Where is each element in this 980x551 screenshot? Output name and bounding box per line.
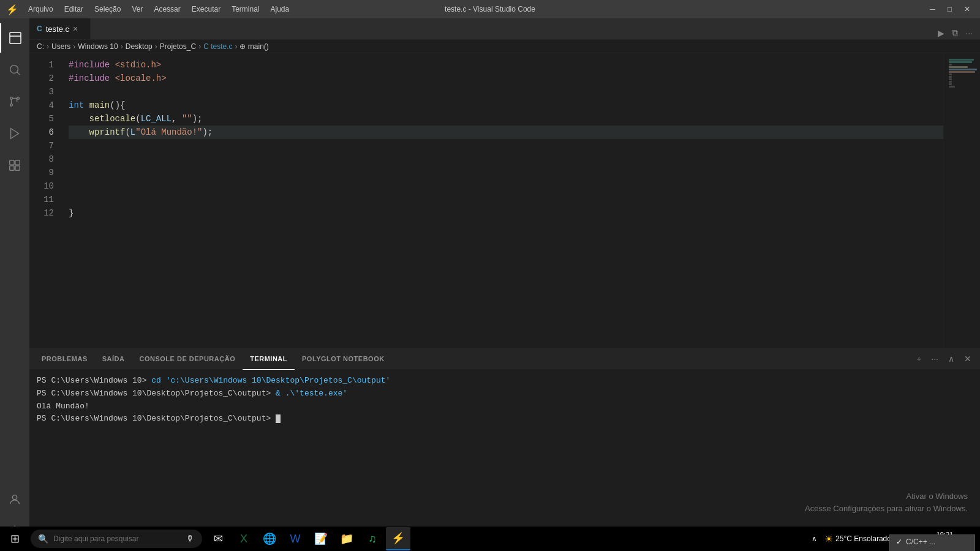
menu-acessar[interactable]: Acessar [149, 4, 185, 15]
menu-ver[interactable]: Ver [127, 4, 148, 15]
line-num-5: 5 [29, 112, 54, 126]
terminal-content[interactable]: PS C:\Users\Windows 10> cd 'c:\Users\Win… [29, 370, 980, 538]
cortana-icon: 🎙 [186, 534, 195, 544]
menu-executar[interactable]: Executar [187, 4, 225, 15]
svg-rect-0 [10, 32, 21, 43]
breadcrumb-function[interactable]: ⊕ main() [239, 42, 268, 51]
code-line-3 [69, 85, 943, 99]
search-icon: 🔍 [38, 534, 48, 544]
window-title: teste.c - Visual Studio Code [445, 5, 535, 13]
svg-point-4 [10, 97, 13, 100]
panel-maximize-button[interactable]: ∧ [944, 353, 958, 365]
line-num-11: 11 [29, 193, 54, 206]
breadcrumb: C: › Users › Windows 10 › Desktop › Proj… [29, 40, 980, 53]
svg-point-6 [10, 104, 13, 107]
code-line-5: setlocale(LC_ALL, ""); [69, 112, 943, 126]
taskbar-explorer[interactable]: 📁 [334, 527, 359, 550]
breadcrumb-sep-5: › [198, 42, 201, 51]
menu-arquivo[interactable]: Arquivo [23, 4, 58, 15]
taskbar-word[interactable]: W [283, 527, 307, 550]
tab-terminal[interactable]: TERMINAL [243, 348, 295, 370]
terminal-more-button[interactable]: ··· [927, 353, 942, 365]
menu-bar: Arquivo Editar Seleção Ver Acessar Execu… [23, 4, 294, 15]
tab-teste-c[interactable]: C teste.c × [29, 18, 91, 39]
terminal-option-cpp2[interactable]: C/C++ Com... [890, 549, 974, 551]
sidebar-item-run[interactable] [0, 119, 29, 148]
sidebar-item-git[interactable] [0, 87, 29, 116]
activity-bar [0, 18, 29, 551]
sidebar-item-search[interactable] [0, 55, 29, 84]
vscode-logo-icon: ⚡ [6, 4, 18, 15]
code-line-4: int main(){ [69, 99, 943, 112]
panel-actions: + ··· ∧ ✕ [913, 353, 980, 365]
terminal-line-2: PS C:\Users\Windows 10\Desktop\Projetos_… [37, 388, 973, 400]
svg-rect-9 [15, 160, 20, 165]
spotify-icon: ♫ [368, 533, 377, 545]
tab-debug-console[interactable]: CONSOLE DE DEPURAÇÃO [132, 348, 243, 370]
panel-close-button[interactable]: ✕ [960, 353, 975, 365]
line-numbers: 1 2 3 4 5 6 7 8 9 10 11 12 [29, 53, 59, 348]
mail-icon: ✉ [214, 532, 223, 545]
split-editor-button[interactable]: ⧉ [949, 26, 960, 39]
taskbar-search[interactable]: 🔍 🎙 [31, 530, 202, 548]
breadcrumb-file[interactable]: C teste.c [203, 42, 232, 51]
breadcrumb-sep-6: › [235, 42, 237, 51]
excel-icon: X [240, 533, 247, 545]
menu-ajuda[interactable]: Ajuda [266, 4, 295, 15]
code-editor[interactable]: 1 2 3 4 5 6 7 8 9 10 11 12 #include <std… [29, 53, 980, 348]
tab-close-icon[interactable]: × [73, 24, 78, 34]
breadcrumb-drive[interactable]: C: [37, 42, 44, 51]
line-num-1: 1 [29, 58, 54, 72]
sidebar-item-extensions[interactable] [0, 151, 29, 180]
taskbar-notepad[interactable]: 📝 [309, 527, 333, 550]
close-button[interactable]: ✕ [960, 4, 974, 15]
new-terminal-button[interactable]: + [913, 353, 925, 365]
run-button[interactable]: ▶ [935, 27, 947, 39]
windows-icon: ⊞ [10, 532, 20, 545]
minimap [943, 53, 980, 348]
menu-terminal[interactable]: Terminal [227, 4, 264, 15]
svg-rect-8 [10, 160, 14, 165]
sidebar-item-explorer[interactable] [0, 23, 29, 53]
taskbar-spotify[interactable]: ♫ [360, 527, 385, 550]
menu-editar[interactable]: Editar [59, 4, 88, 15]
code-line-2: #include <locale.h> [69, 72, 943, 85]
breadcrumb-desktop[interactable]: Desktop [126, 42, 153, 51]
breadcrumb-windows10[interactable]: Windows 10 [78, 42, 118, 51]
taskbar: ⊞ 🔍 🎙 ✉ X 🌐 W 📝 📁 ♫ ⚡ ∧ ☀ 25°C Ensolarad… [0, 527, 980, 551]
terminal-option-cpp[interactable]: ✓ C/C++ ... [890, 535, 974, 549]
tab-actions: ▶ ⧉ ··· [935, 26, 980, 39]
menu-selecao[interactable]: Seleção [89, 4, 126, 15]
tab-problems[interactable]: PROBLEMAS [34, 348, 95, 370]
breadcrumb-projects[interactable]: Projetos_C [160, 42, 196, 51]
taskbar-mail[interactable]: ✉ [206, 527, 230, 550]
taskbar-excel[interactable]: X [232, 527, 256, 550]
minimize-button[interactable]: ─ [926, 4, 939, 15]
line-num-2: 2 [29, 72, 54, 85]
line-num-3: 3 [29, 85, 54, 99]
breadcrumb-sep-2: › [73, 42, 75, 51]
maximize-button[interactable]: □ [944, 4, 956, 15]
terminal-dropdown: ✓ C/C++ ... C/C++ Com... [889, 534, 975, 551]
code-line-7 [69, 139, 943, 152]
code-content[interactable]: #include <stdio.h> #include <locale.h> i… [59, 53, 943, 348]
svg-point-2 [10, 66, 18, 73]
terminal-line-1: PS C:\Users\Windows 10> cd 'c:\Users\Win… [37, 375, 973, 388]
taskbar-vscode[interactable]: ⚡ [386, 527, 410, 550]
breadcrumb-sep-3: › [121, 42, 123, 51]
line-num-4: 4 [29, 99, 54, 112]
sidebar-item-account[interactable] [0, 485, 29, 514]
taskbar-chrome[interactable]: 🌐 [257, 527, 282, 550]
weather-info[interactable]: ☀ 25°C Ensolarado [822, 533, 894, 545]
taskbar-search-input[interactable] [53, 534, 181, 543]
panel-tabs: PROBLEMAS SAÍDA CONSOLE DE DEPURAÇÃO TER… [29, 348, 980, 370]
start-button[interactable]: ⊞ [2, 527, 27, 550]
panel: PROBLEMAS SAÍDA CONSOLE DE DEPURAÇÃO TER… [29, 348, 980, 538]
tab-output[interactable]: SAÍDA [95, 348, 132, 370]
tab-polyglot[interactable]: POLYGLOT NOTEBOOK [295, 348, 392, 370]
breadcrumb-users[interactable]: Users [51, 42, 70, 51]
word-icon: W [290, 533, 301, 545]
tray-up-arrow[interactable]: ∧ [809, 534, 820, 543]
more-actions-button[interactable]: ··· [963, 27, 975, 39]
vscode-taskbar-icon: ⚡ [391, 531, 405, 545]
